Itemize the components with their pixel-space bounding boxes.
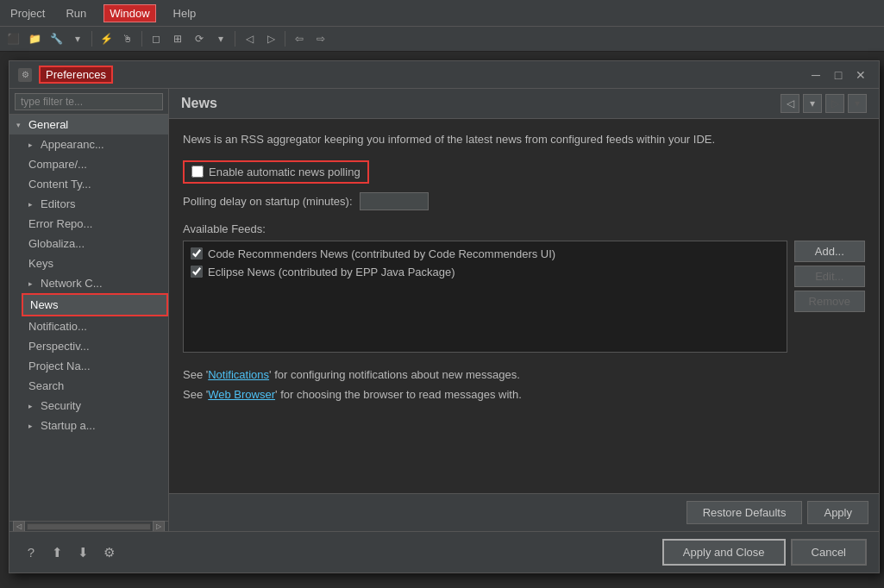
sidebar-item-project-na[interactable]: Project Na... bbox=[22, 356, 168, 376]
feed-label-2: Eclipse News (contributed by EPP Java Pa… bbox=[208, 266, 455, 278]
sidebar-item-editors[interactable]: ▸ Editors bbox=[22, 194, 168, 214]
hscroll-bar[interactable] bbox=[27, 523, 151, 530]
toolbar-icon-6[interactable]: 🖱 bbox=[118, 29, 137, 48]
toolbar-icon-1[interactable]: ⬛ bbox=[3, 29, 22, 48]
import-icon[interactable]: ⬇ bbox=[73, 543, 92, 562]
hscroll-left[interactable]: ◁ bbox=[13, 521, 25, 532]
sidebar-label-keys: Keys bbox=[28, 257, 53, 270]
web-browser-link[interactable]: Web Browser bbox=[208, 388, 275, 401]
toolbar-icon-8[interactable]: ⊞ bbox=[168, 29, 187, 48]
help-icon[interactable]: ? bbox=[22, 543, 41, 562]
expand-arrow-general: ▾ bbox=[16, 121, 25, 129]
toolbar-icon-12[interactable]: ⇨ bbox=[311, 29, 330, 48]
sidebar-item-perspect[interactable]: Perspectiv... bbox=[22, 336, 168, 356]
feed-checkbox-1[interactable] bbox=[191, 247, 203, 260]
feeds-label: Available Feeds: bbox=[183, 222, 865, 235]
expand-arrow-editors: ▸ bbox=[28, 200, 37, 209]
sidebar-label-general: General bbox=[28, 118, 68, 131]
sidebar-item-globaliz[interactable]: Globaliza... bbox=[22, 234, 168, 253]
sidebar-item-general[interactable]: ▾ General bbox=[9, 115, 168, 134]
cancel-button[interactable]: Cancel bbox=[791, 539, 867, 566]
see-also-browser: See 'Web Browser' for choosing the brows… bbox=[183, 385, 865, 404]
toolbar-icon-3[interactable]: 🔧 bbox=[47, 29, 66, 48]
menu-project[interactable]: Project bbox=[7, 5, 48, 22]
feed-checkbox-2[interactable] bbox=[191, 266, 203, 278]
toolbar-icon-5[interactable]: ⚡ bbox=[97, 29, 116, 48]
toolbar-sep-3 bbox=[235, 31, 235, 47]
content-nav-arrows: ◁ ▾ ▷ ▾ bbox=[781, 94, 867, 113]
expand-arrow-appearance: ▸ bbox=[28, 141, 37, 149]
sidebar-item-appearance[interactable]: ▸ Appearanc... bbox=[22, 134, 168, 154]
expand-arrow-startup: ▸ bbox=[28, 422, 37, 430]
add-feed-button[interactable]: Add... bbox=[794, 241, 865, 262]
back-arrow-dropdown[interactable]: ▾ bbox=[803, 94, 822, 113]
hscroll-right[interactable]: ▷ bbox=[153, 521, 165, 532]
settings-icon[interactable]: ⚙ bbox=[99, 543, 118, 562]
sidebar-label-search: Search bbox=[28, 379, 64, 392]
sidebar: ▾ General ▸ Appearanc... Compare/... Con… bbox=[9, 89, 169, 531]
toolbar-icon-7[interactable]: ◻ bbox=[147, 29, 166, 48]
sidebar-label-globaliz: Globaliza... bbox=[28, 237, 85, 250]
remove-feed-button[interactable]: Remove bbox=[794, 291, 865, 312]
dialog-titlebar: ⚙ Preferences ─ □ ✕ bbox=[9, 61, 879, 89]
sidebar-hscrollbar: ◁ ▷ bbox=[9, 521, 168, 531]
enable-polling-checkbox[interactable] bbox=[191, 166, 204, 178]
polling-delay-input[interactable] bbox=[360, 192, 429, 210]
toolbar-icon-10[interactable]: ▾ bbox=[211, 29, 230, 48]
feeds-list: Code Recommenders News (contributed by C… bbox=[183, 241, 787, 353]
close-button[interactable]: ✕ bbox=[851, 66, 870, 84]
sidebar-label-notific: Notificatio... bbox=[28, 320, 87, 333]
sidebar-item-compare[interactable]: Compare/... bbox=[22, 154, 168, 174]
back-arrow-btn[interactable]: ◁ bbox=[781, 94, 799, 113]
sidebar-item-search[interactable]: Search bbox=[22, 376, 168, 396]
menu-help[interactable]: Help bbox=[170, 5, 200, 22]
maximize-button[interactable]: □ bbox=[829, 66, 848, 84]
sidebar-label-error-rep: Error Repo... bbox=[28, 217, 92, 230]
sidebar-item-startup[interactable]: ▸ Startup a... bbox=[22, 416, 168, 435]
bottom-icons: ? ⬆ ⬇ ⚙ bbox=[22, 543, 118, 562]
feeds-area: Code Recommenders News (contributed by C… bbox=[183, 241, 865, 353]
list-item: Code Recommenders News (contributed by C… bbox=[187, 245, 783, 263]
see-also-browser-post: ' for choosing the browser to read messa… bbox=[275, 388, 522, 401]
menu-window[interactable]: Window bbox=[103, 4, 155, 22]
filter-input[interactable] bbox=[15, 93, 163, 110]
sidebar-label-appearance: Appearanc... bbox=[41, 138, 104, 151]
sidebar-item-keys[interactable]: Keys bbox=[22, 253, 168, 273]
preferences-dialog: ⚙ Preferences ─ □ ✕ ▾ General ▸ Appearan… bbox=[9, 60, 880, 573]
toolbar-back[interactable]: ◁ bbox=[240, 29, 259, 48]
dialog-title: Preferences bbox=[39, 66, 113, 84]
toolbar-icon-11[interactable]: ⇦ bbox=[290, 29, 309, 48]
toolbar-icon-4[interactable]: ▾ bbox=[68, 29, 87, 48]
sidebar-item-network[interactable]: ▸ Network C... bbox=[22, 273, 168, 293]
menu-run[interactable]: Run bbox=[62, 5, 90, 22]
see-also-notif-pre: See ' bbox=[183, 368, 208, 381]
expand-arrow-network: ▸ bbox=[28, 279, 37, 288]
toolbar-sep-1 bbox=[91, 31, 92, 47]
edit-feed-button[interactable]: Edit... bbox=[794, 266, 865, 287]
sidebar-item-error-rep[interactable]: Error Repo... bbox=[22, 214, 168, 234]
export-icon[interactable]: ⬆ bbox=[47, 543, 66, 562]
ide-menubar: Project Run Window Help bbox=[0, 0, 884, 26]
sidebar-item-content-type[interactable]: Content Ty... bbox=[22, 174, 168, 194]
list-item: Eclipse News (contributed by EPP Java Pa… bbox=[187, 263, 783, 281]
restore-defaults-button[interactable]: Restore Defaults bbox=[687, 501, 803, 524]
see-also-browser-pre: See ' bbox=[183, 388, 208, 401]
apply-button[interactable]: Apply bbox=[807, 501, 868, 524]
toolbar-sep-4 bbox=[285, 31, 285, 47]
sidebar-item-security[interactable]: ▸ Security bbox=[22, 396, 168, 416]
minimize-button[interactable]: ─ bbox=[806, 66, 825, 84]
bottom-buttons: Apply and Close Cancel bbox=[662, 539, 867, 566]
apply-close-button[interactable]: Apply and Close bbox=[662, 539, 786, 566]
dialog-title-left: ⚙ Preferences bbox=[18, 66, 113, 84]
forward-arrow-btn[interactable]: ▷ bbox=[825, 94, 844, 113]
see-also-notif-post: ' for configuring notifications about ne… bbox=[269, 368, 520, 381]
toolbar-icon-2[interactable]: 📁 bbox=[25, 29, 44, 48]
toolbar-forward[interactable]: ▷ bbox=[261, 29, 280, 48]
polling-delay-label: Polling delay on startup (minutes): bbox=[183, 195, 353, 208]
sidebar-item-news[interactable]: News bbox=[22, 293, 168, 316]
toolbar-icon-9[interactable]: ⟳ bbox=[190, 29, 209, 48]
notifications-link[interactable]: Notifications bbox=[208, 368, 269, 381]
dialog-bottombar: ? ⬆ ⬇ ⚙ Apply and Close Cancel bbox=[9, 531, 879, 572]
sidebar-item-notific[interactable]: Notificatio... bbox=[22, 316, 168, 336]
forward-arrow-dropdown[interactable]: ▾ bbox=[848, 94, 867, 113]
